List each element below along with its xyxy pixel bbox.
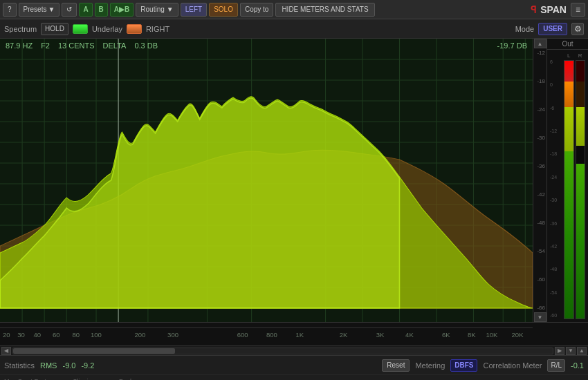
svg-text:600: 600 (237, 332, 248, 339)
help-button[interactable]: ? (3, 3, 17, 17)
refresh-button[interactable]: ↺ (62, 3, 77, 17)
right-label: RIGHT (146, 25, 169, 33)
freq-axis-svg: 20 30 40 60 80 100 200 300 600 800 1K 2K… (3, 328, 530, 341)
svg-text:200: 200 (135, 332, 146, 339)
left-meter-column: L (564, 53, 574, 319)
hold-button[interactable]: HOLD (41, 23, 68, 35)
svg-text:20: 20 (3, 332, 10, 339)
left-button[interactable]: LEFT (181, 3, 207, 17)
brand-logo: ꟼ (531, 4, 536, 15)
out-scale-n54: -54 (550, 290, 562, 295)
hide-meters-button[interactable]: HIDE METERS AND STATS (275, 3, 374, 17)
out-scale-n48: -48 (550, 267, 562, 272)
settings-gear-icon[interactable]: ⚙ (571, 23, 584, 35)
svg-text:40: 40 (33, 332, 41, 339)
stats-row2: Max Crest Factor 4.8 5.3 Clippings 0 0 P… (0, 375, 588, 380)
routing-label: Routing (140, 6, 164, 13)
underlay-label: Underlay (92, 25, 122, 33)
ab-copy-button[interactable]: A▶B (110, 3, 134, 17)
scrollbar-row: ◀ ▶ ▼ ▲ (0, 345, 588, 355)
stats-row1: Statistics RMS -9.0 -9.2 Reset Metering … (0, 356, 588, 375)
db-scale-label: -60 (533, 276, 545, 283)
svg-text:80: 80 (73, 332, 80, 339)
presets-label: Presets (24, 6, 47, 13)
green-channel-led[interactable] (73, 24, 88, 34)
out-scale-n18: -18 (550, 151, 562, 156)
right-meter-label: R (576, 53, 586, 59)
a-button[interactable]: A (79, 3, 92, 17)
dbfs-button[interactable]: DBFS (450, 359, 477, 372)
svg-text:800: 800 (266, 332, 277, 339)
underlay-led[interactable] (127, 24, 142, 34)
routing-dropdown-icon: ▼ (167, 6, 174, 13)
rl-button[interactable]: R/L (547, 359, 565, 372)
svg-text:60: 60 (53, 332, 60, 339)
spectrum-bar: Spectrum HOLD Underlay RIGHT Mode USER ⚙ (0, 19, 588, 39)
out-scale-n36: -36 (550, 221, 562, 226)
svg-text:20K: 20K (512, 332, 524, 339)
rms-label: RMS (40, 361, 57, 370)
out-scale-6: 6 (550, 59, 562, 64)
out-scale-0: 0 (550, 82, 562, 87)
solo-button[interactable]: SOLO (209, 3, 238, 17)
delta-label: DELTA (103, 41, 127, 50)
mode-label: Mode (515, 25, 535, 33)
out-scale-n24: -24 (550, 175, 562, 180)
db-scale-label: -36 (533, 163, 545, 169)
zoom-out-button[interactable]: ▼ (566, 347, 576, 355)
main-area: 87.9 HZ F2 13 CENTS DELTA 0.3 DB -19.7 D… (0, 39, 588, 322)
svg-text:6K: 6K (442, 332, 450, 339)
peak-info: -19.7 DB (497, 41, 527, 50)
out-scale-n60: -60 (550, 313, 562, 318)
hz-value: 87.9 HZ (6, 41, 33, 50)
rms-val1: -9.0 (62, 361, 75, 370)
scrollbar-thumb[interactable] (13, 348, 175, 354)
zoom-in-button[interactable]: ▲ (577, 347, 587, 355)
right-meter-column: R (576, 53, 586, 319)
note-value: F2 (41, 41, 50, 50)
plugin-name: SPAN (540, 4, 567, 15)
db-scale-label: -24 (533, 106, 545, 113)
svg-text:4K: 4K (405, 332, 414, 339)
scroll-right-button[interactable]: ▶ (555, 347, 564, 355)
peak-db-value: -19.7 DB (497, 41, 527, 50)
rms-val2: -9.2 (81, 361, 94, 370)
out-meter-section: Out 6 0 -6 -12 -18 -24 -30 -36 -42 -48 -… (546, 39, 588, 322)
scrollbar-track[interactable] (12, 348, 553, 354)
routing-button[interactable]: Routing ▼ (136, 3, 178, 17)
main-menu-button[interactable]: ≡ (571, 3, 585, 17)
left-meter-bar-container (564, 60, 574, 319)
out-scale-n12: -12 (550, 129, 562, 133)
correlation-value: -0.1 (571, 361, 584, 370)
svg-text:1K: 1K (295, 332, 304, 339)
db-scale-label: -18 (533, 78, 545, 84)
cents-value: 13 CENTS (58, 41, 95, 50)
scroll-left-button[interactable]: ◀ (1, 347, 11, 355)
db-scale: -12 -18 -24 -30 -36 -42 -48 -54 -60 -66 (533, 48, 546, 312)
db-scale-label: -30 (533, 135, 545, 141)
left-meter-label: L (564, 53, 574, 59)
presets-button[interactable]: Presets ▼ (19, 3, 60, 17)
svg-text:100: 100 (91, 332, 102, 339)
statistics-label: Statistics (4, 361, 35, 370)
metering-label: Metering (415, 361, 445, 370)
spectrum-display[interactable]: 87.9 HZ F2 13 CENTS DELTA 0.3 DB -19.7 D… (0, 39, 533, 322)
user-mode-button[interactable]: USER (538, 23, 567, 35)
reset-button[interactable]: Reset (382, 359, 410, 372)
presets-dropdown-icon: ▼ (48, 6, 55, 13)
svg-text:10K: 10K (486, 332, 497, 339)
scroll-down-button[interactable]: ▼ (534, 312, 546, 322)
out-label: Out (547, 39, 588, 50)
copy-to-button[interactable]: Copy to (240, 3, 273, 17)
svg-text:300: 300 (167, 332, 178, 339)
scroll-up-button[interactable]: ▲ (534, 39, 546, 48)
out-db-scale: 6 0 -6 -12 -18 -24 -30 -36 -42 -48 -54 -… (550, 53, 562, 319)
out-scale-n30: -30 (550, 198, 562, 202)
right-meter-bar-container (576, 60, 586, 319)
b-button[interactable]: B (95, 3, 108, 17)
spectrum-label: Spectrum (4, 25, 37, 33)
svg-text:2K: 2K (340, 332, 348, 339)
svg-text:8K: 8K (468, 332, 476, 339)
db-scale-label: -66 (533, 305, 545, 311)
spectrum-svg (0, 39, 533, 322)
